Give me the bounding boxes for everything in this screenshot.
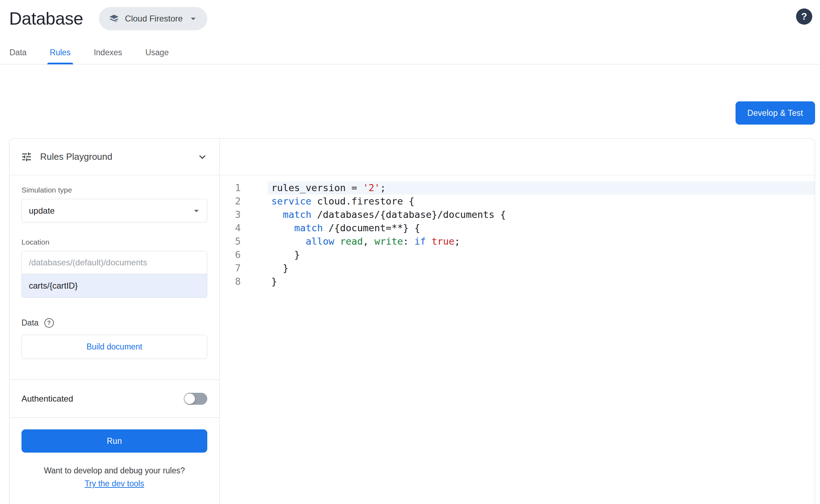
chevron-down-icon [188, 13, 199, 24]
authenticated-toggle[interactable] [184, 393, 207, 405]
line-number: 4 [220, 221, 241, 235]
cloud-firestore-icon [108, 13, 120, 25]
data-label: Data [21, 318, 39, 328]
authenticated-label: Authenticated [21, 394, 73, 404]
database-selector-label: Cloud Firestore [125, 14, 183, 24]
tab-indexes[interactable]: Indexes [91, 48, 125, 64]
code-line[interactable]: match /databases/{database}/documents { [268, 208, 815, 221]
build-document-button[interactable]: Build document [21, 335, 207, 359]
actions-row: Develop & Test [0, 64, 820, 125]
line-number: 2 [220, 195, 241, 208]
code-line[interactable]: } [268, 275, 815, 288]
editor-body: 12345678 rules_version = '2';service clo… [220, 175, 815, 504]
code-line[interactable]: allow read, write: if true; [268, 235, 815, 248]
simulation-type-select[interactable]: update [21, 199, 207, 222]
data-help-glyph: ? [47, 320, 51, 326]
tab-data[interactable]: Data [7, 48, 30, 64]
line-number: 7 [220, 262, 241, 275]
code-line[interactable]: service cloud.firestore { [268, 195, 815, 208]
data-section-header: Data ? [21, 318, 207, 328]
tune-icon [21, 151, 32, 163]
location-prefix: /databases/(default)/documents [22, 251, 207, 274]
line-number: 3 [220, 208, 241, 221]
rules-playground-sidebar: Rules Playground Simulation type update … [10, 139, 220, 504]
editor-header [220, 139, 815, 175]
run-button[interactable]: Run [21, 429, 207, 453]
rules-editor: 12345678 rules_version = '2';service clo… [220, 139, 815, 504]
location-input[interactable]: carts/{cartID} [22, 274, 207, 297]
code-line[interactable]: } [268, 262, 815, 275]
location-input-group: /databases/(default)/documents carts/{ca… [21, 251, 207, 298]
code-line[interactable]: rules_version = '2'; [268, 181, 815, 195]
simulation-type-label: Simulation type [21, 186, 207, 194]
line-number: 1 [220, 181, 241, 195]
dev-tools-link[interactable]: Try the dev tools [21, 479, 207, 489]
develop-test-button[interactable]: Develop & Test [736, 101, 815, 125]
firestore-database-page: Database Cloud Firestore ? Data Rules In… [0, 0, 820, 504]
rules-playground-header[interactable]: Rules Playground [10, 139, 219, 175]
database-selector[interactable]: Cloud Firestore [99, 7, 207, 30]
line-number: 6 [220, 248, 241, 262]
tab-bar: Data Rules Indexes Usage [0, 30, 820, 64]
tab-usage[interactable]: Usage [143, 48, 171, 64]
dev-tools-text: Want to develop and debug your rules? [21, 466, 207, 475]
help-glyph: ? [801, 11, 807, 22]
collapse-chevron-icon[interactable] [196, 151, 209, 163]
run-section: Run Want to develop and debug your rules… [10, 418, 219, 489]
tab-rules[interactable]: Rules [47, 48, 74, 64]
data-help-icon[interactable]: ? [44, 318, 54, 328]
select-arrow-icon [191, 205, 202, 216]
code-lines[interactable]: rules_version = '2';service cloud.firest… [268, 181, 815, 504]
line-number: 5 [220, 235, 241, 248]
authenticated-row: Authenticated [10, 380, 219, 417]
rules-playground-title: Rules Playground [40, 151, 112, 162]
code-line[interactable]: } [268, 248, 815, 262]
line-number-gutter: 12345678 [220, 181, 268, 504]
toggle-knob [184, 393, 195, 404]
rules-panel: Rules Playground Simulation type update … [9, 138, 815, 504]
line-number: 8 [220, 275, 241, 288]
help-button[interactable]: ? [796, 8, 812, 25]
location-label: Location [21, 238, 207, 246]
simulation-type-value: update [29, 206, 55, 216]
code-line[interactable]: match /{document=**} { [268, 221, 815, 235]
topbar: Database Cloud Firestore ? [0, 0, 820, 30]
playground-form: Simulation type update Location /databas… [10, 175, 219, 379]
page-title: Database [9, 8, 83, 29]
